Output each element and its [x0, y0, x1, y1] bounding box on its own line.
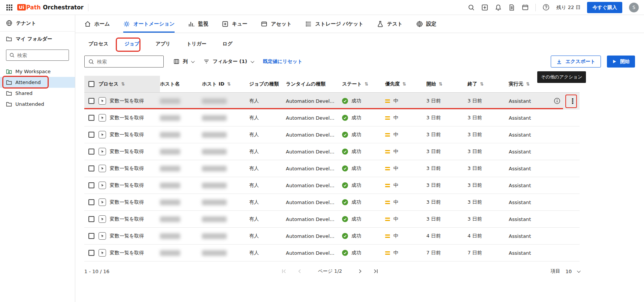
jobs-search-box[interactable]: [84, 56, 164, 68]
job-type: 有人: [249, 143, 286, 160]
buy-now-button[interactable]: 今すぐ購入: [587, 2, 622, 13]
column-header[interactable]: ランタイムの種類: [286, 81, 326, 87]
documentation-icon[interactable]: [508, 4, 515, 11]
subtab-logs[interactable]: ログ: [223, 41, 233, 47]
jobs-search-input[interactable]: [97, 59, 160, 65]
tab-assets[interactable]: アセット: [261, 15, 291, 33]
home-icon: [84, 21, 91, 27]
subtab-triggers[interactable]: トリガー: [187, 41, 206, 47]
more-actions-kebab-icon[interactable]: ⋮: [568, 98, 577, 105]
row-checkbox[interactable]: [88, 165, 94, 171]
row-checkbox[interactable]: [88, 98, 94, 104]
table-row[interactable]: 変数一覧を取得有人Automation Devel...成功中3 日前3 日前A…: [84, 177, 580, 194]
column-header[interactable]: 優先度: [385, 81, 400, 87]
state-label: 成功: [351, 249, 361, 256]
add-square-icon[interactable]: [481, 4, 488, 11]
job-type: 有人: [249, 211, 286, 228]
table-row[interactable]: 変数一覧を取得有人Automation Devel...成功中3 日前3 日前A…: [84, 211, 580, 228]
process-name: 変数一覧を取得: [110, 182, 144, 189]
priority-medium-icon: [385, 116, 390, 120]
folder-icon: [6, 101, 12, 107]
user-avatar[interactable]: S: [629, 3, 639, 12]
column-header[interactable]: 終了: [468, 81, 477, 87]
uipath-orchestrator-logo[interactable]: Ui Path Orchestrator: [17, 4, 84, 11]
previous-page-icon[interactable]: [297, 268, 303, 274]
tab-monitoring[interactable]: 監視: [188, 15, 208, 33]
row-checkbox[interactable]: [88, 233, 94, 239]
column-header[interactable]: ホスト ID: [202, 81, 224, 87]
table-row[interactable]: 変数一覧を取得有人Automation Devel...成功中4 日前4 日前A…: [84, 228, 580, 245]
row-checkbox[interactable]: [88, 132, 94, 138]
subtab-jobs[interactable]: ジョブ: [124, 41, 139, 47]
automations-icon: [123, 21, 130, 27]
runtime-type: Automation Devel...: [286, 160, 342, 177]
sort-icon[interactable]: ⇅: [227, 81, 231, 87]
row-checkbox[interactable]: [88, 216, 94, 222]
folder-search-input[interactable]: [17, 53, 66, 58]
row-checkbox[interactable]: [88, 149, 94, 155]
table-row[interactable]: 変数一覧を取得有人Automation Devel...成功中3 日前3 日前A…: [84, 143, 580, 160]
sort-icon[interactable]: ⇅: [526, 81, 530, 87]
column-header[interactable]: ステート: [342, 81, 362, 87]
tab-automations[interactable]: オートメーション: [123, 15, 175, 33]
sidebar-item-my-workspace[interactable]: My Workspace: [0, 66, 75, 77]
table-row[interactable]: 変数一覧を取得有人Automation Devel...成功中3 日前3 日前A…: [84, 194, 580, 211]
sidebar-item-unattended[interactable]: Unattended: [0, 99, 75, 110]
table-row[interactable]: 変数一覧を取得有人Automation Devel...成功中7 日前7 日前A…: [84, 245, 580, 261]
tab-testing[interactable]: テスト: [377, 15, 402, 33]
row-checkbox[interactable]: [88, 199, 94, 205]
sort-icon[interactable]: ⇅: [121, 81, 125, 87]
export-button[interactable]: エクスポート: [551, 56, 601, 68]
tab-home[interactable]: ホーム: [84, 15, 110, 33]
last-page-icon[interactable]: [373, 268, 379, 274]
column-header[interactable]: プロセス: [99, 81, 118, 87]
start-job-button[interactable]: 開始: [607, 56, 635, 68]
table-row[interactable]: 変数一覧を取得有人Automation Devel...成功中3 日前3 日前A…: [84, 126, 580, 143]
runtime-type: Automation Devel...: [286, 228, 342, 245]
table-row[interactable]: 変数一覧を取得有人Automation Devel...成功中3 日前3 日前A…: [84, 160, 580, 177]
row-checkbox[interactable]: [88, 250, 94, 256]
sort-icon[interactable]: ⇅: [480, 81, 484, 87]
redacted-hostname: [160, 200, 180, 205]
row-checkbox[interactable]: [88, 115, 94, 121]
search-icon[interactable]: [468, 4, 475, 11]
attended-process-icon: [99, 165, 106, 172]
table-row[interactable]: 変数一覧を取得有人Automation Devel...成功中3 日前3 日前A…: [84, 93, 580, 110]
redacted-hostname: [160, 115, 180, 121]
column-header[interactable]: ホスト名: [160, 81, 180, 87]
sort-icon[interactable]: ⇅: [365, 81, 368, 87]
first-page-icon[interactable]: [281, 268, 287, 274]
my-folders-header[interactable]: マイ フォルダー: [0, 32, 75, 47]
row-checkbox[interactable]: [88, 182, 94, 188]
sort-icon[interactable]: ⇅: [439, 81, 442, 87]
next-page-icon[interactable]: [357, 268, 363, 274]
tab-settings[interactable]: 設定: [416, 15, 436, 33]
reset-to-default-link[interactable]: 既定値にリセット: [263, 58, 303, 65]
job-details-info-icon[interactable]: [554, 98, 560, 104]
table-row[interactable]: 変数一覧を取得有人Automation Devel...成功中3 日前3 日前A…: [84, 110, 580, 126]
sidebar-item-shared[interactable]: Shared: [0, 88, 75, 99]
folder-search-box[interactable]: [6, 50, 69, 61]
tab-queues[interactable]: キュー: [222, 15, 247, 33]
items-per-page-select[interactable]: 項目 10: [550, 268, 580, 275]
sort-icon[interactable]: ⇅: [402, 81, 406, 87]
notifications-bell-icon[interactable]: [495, 4, 502, 11]
sidebar-item-attendend[interactable]: Attendend: [0, 77, 75, 88]
columns-dropdown[interactable]: 列: [173, 58, 194, 65]
column-header[interactable]: 開始: [426, 81, 436, 87]
select-all-checkbox[interactable]: [88, 81, 94, 87]
redacted-hostname: [160, 166, 180, 171]
subtab-apps[interactable]: アプリ: [155, 41, 170, 47]
tab-storage-buckets[interactable]: ストレージ バケット: [305, 15, 363, 33]
folders-sidebar: テナント マイ フォルダー My Workspace Attendend: [0, 15, 75, 302]
subtab-processes[interactable]: プロセス: [88, 41, 108, 47]
success-check-icon: [342, 250, 348, 256]
tenant-selector[interactable]: テナント: [0, 15, 75, 32]
resource-center-icon[interactable]: [522, 4, 529, 11]
help-icon[interactable]: [542, 4, 550, 11]
column-header[interactable]: ジョブの種類: [249, 81, 279, 87]
folder-icon: [6, 80, 12, 86]
filter-dropdown[interactable]: フィルター (1): [203, 58, 253, 65]
app-grid-menu-icon[interactable]: [6, 4, 13, 11]
column-header[interactable]: 実行元: [509, 81, 523, 87]
